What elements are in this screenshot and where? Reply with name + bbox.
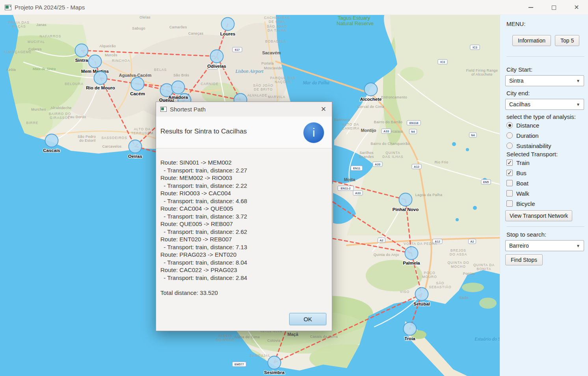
city-marker-circle[interactable] xyxy=(405,247,418,260)
radio-icon[interactable] xyxy=(506,122,513,128)
radio-option-duration[interactable]: Duration xyxy=(506,130,588,141)
radio-icon[interactable] xyxy=(506,132,513,139)
radio-label: Distance xyxy=(516,122,539,129)
place-label: NAÇÕES xyxy=(275,80,291,84)
route-transport-line: - Transport: train, distance: 2.22 xyxy=(160,182,332,190)
city-marker-circle[interactable] xyxy=(131,78,144,91)
checkbox-icon[interactable] xyxy=(506,170,513,176)
route-results: Route: SIN001 -> MEM002 - Transport: tra… xyxy=(156,148,332,282)
city-marker-circle[interactable] xyxy=(129,140,142,153)
dialog-titlebar[interactable]: Shortest Path ✕ xyxy=(156,102,332,117)
city-marker-circle[interactable] xyxy=(89,55,102,68)
find-stops-button[interactable]: Find Stops xyxy=(505,254,543,265)
city-marker-circle[interactable] xyxy=(268,356,281,369)
checkbox-option-walk[interactable]: Walk xyxy=(506,188,588,198)
top5-button[interactable]: Top 5 xyxy=(555,35,579,46)
place-label: BREJOS xyxy=(450,248,466,252)
city-marker-circle[interactable] xyxy=(172,81,185,94)
city-marker-loures[interactable]: Loures xyxy=(220,18,235,37)
place-label: Janas xyxy=(36,23,47,27)
route-line: Route: ENT020 -> REB007 xyxy=(160,235,332,243)
checkbox-icon[interactable] xyxy=(506,159,513,166)
radio-option-sustainability[interactable]: Sustainability xyxy=(506,141,588,151)
city-end-dropdown[interactable]: Cacilhas ▼ xyxy=(505,99,584,110)
checkbox-option-train[interactable]: Train xyxy=(506,157,588,168)
view-transport-network-button[interactable]: View Transport Network xyxy=(505,210,572,221)
city-marker-circle[interactable] xyxy=(45,134,58,147)
place-label: BOBADELA xyxy=(265,39,287,43)
place-label: Olelas xyxy=(140,15,151,19)
city-marker-oeiras[interactable]: Oeiras xyxy=(128,140,142,159)
place-label: Montijo xyxy=(361,128,376,133)
place-label: Murches xyxy=(31,107,46,111)
place-label: Pontas xyxy=(463,272,475,276)
city-marker-cacém[interactable]: Cacém xyxy=(130,78,145,96)
checkbox-label: Bus xyxy=(516,170,527,176)
place-label: Cercal de Cima xyxy=(357,105,384,109)
city-marker-circle[interactable] xyxy=(404,322,417,335)
city-marker-circle[interactable] xyxy=(365,83,378,96)
place-label: QUINTA DO xyxy=(447,261,469,265)
stop-search-label: Stop to search: xyxy=(506,231,588,238)
place-label: Tagus Estuary xyxy=(338,15,370,21)
city-marker-circle[interactable] xyxy=(415,288,428,301)
place-label: TERRUGEM xyxy=(131,131,154,135)
checkbox-icon[interactable] xyxy=(506,190,513,196)
city-marker-sintra[interactable]: Sintra xyxy=(75,44,88,63)
place-label: VOLTA DA PEDRA xyxy=(404,242,437,246)
minimize-button[interactable] xyxy=(519,0,542,15)
sidebar: MENU: Information Top 5 City Start: Sint… xyxy=(500,15,588,376)
city-marker-circle[interactable] xyxy=(221,18,234,31)
maximize-button[interactable] xyxy=(542,0,565,15)
city-marker-circle[interactable] xyxy=(75,44,88,57)
checkbox-option-bicycle[interactable]: Bicycle xyxy=(506,198,588,209)
radio-icon[interactable] xyxy=(506,143,513,149)
place-label: Carcavelos xyxy=(102,144,121,148)
place-label: Entroncamento xyxy=(381,95,407,99)
place-label: SÃO JOÃO xyxy=(253,83,273,87)
information-button[interactable]: Information xyxy=(512,35,551,46)
radio-label: Sustainability xyxy=(516,143,551,149)
place-label: CARNIDE xyxy=(201,82,218,86)
place-label: MARVILA xyxy=(268,95,285,99)
city-marker-circle[interactable] xyxy=(94,72,107,85)
place-label: Lisbon Airport xyxy=(235,69,264,74)
road-shield-label: EM577 xyxy=(234,363,244,366)
city-marker-label: Alcochete xyxy=(360,97,382,102)
city-marker-troia[interactable]: Troia xyxy=(404,322,417,341)
city-marker-label: Cacém xyxy=(130,91,145,96)
place-label: GIRASSOL xyxy=(50,116,70,120)
place-label: ALDEIA xyxy=(218,334,233,338)
route-transport-line: - Transport: train, distance: 8.04 xyxy=(160,259,332,267)
close-button[interactable]: ✕ xyxy=(565,0,588,15)
place-label: CACHOEIRAS xyxy=(264,16,290,20)
place-label: Moita xyxy=(344,177,356,182)
city-marker-circle[interactable] xyxy=(399,193,412,206)
place-label: ALTO DA xyxy=(134,127,151,131)
place-label: Agualva-Cacém xyxy=(119,73,152,78)
place-label: Camarões xyxy=(169,25,187,29)
checkbox-icon[interactable] xyxy=(506,200,513,207)
minimize-icon xyxy=(528,7,533,8)
road-shield-label: N4 xyxy=(411,130,415,133)
checkbox-option-boat[interactable]: Boat xyxy=(506,178,588,188)
place-label: Caneças xyxy=(188,31,203,35)
city-marker-circle[interactable] xyxy=(210,50,223,63)
checkbox-option-bus[interactable]: Bus xyxy=(506,168,588,178)
road-shield-label: IC3 xyxy=(473,46,477,49)
road-shield-label: EN11 xyxy=(353,167,360,170)
place-label: Grandes xyxy=(359,155,374,159)
city-start-dropdown[interactable]: Sintra ▼ xyxy=(505,75,584,86)
place-label: Aiana de Cima xyxy=(234,335,260,339)
place-label: Maçã xyxy=(287,332,298,337)
dialog-close-icon[interactable]: ✕ xyxy=(321,105,326,113)
ok-button[interactable]: OK xyxy=(289,313,326,325)
city-marker-label: Troia xyxy=(404,336,415,341)
place-label: Mata de Sintra xyxy=(33,67,56,71)
stop-search-dropdown[interactable]: Barreiro ▼ xyxy=(505,240,584,251)
menu-label: MENU: xyxy=(506,20,588,27)
place-label: Bairro do Chanqueirão xyxy=(371,142,410,146)
radio-option-distance[interactable]: Distance xyxy=(506,120,588,130)
checkbox-icon[interactable] xyxy=(506,180,513,186)
city-marker-setúbal[interactable]: Setúbal xyxy=(413,288,430,307)
